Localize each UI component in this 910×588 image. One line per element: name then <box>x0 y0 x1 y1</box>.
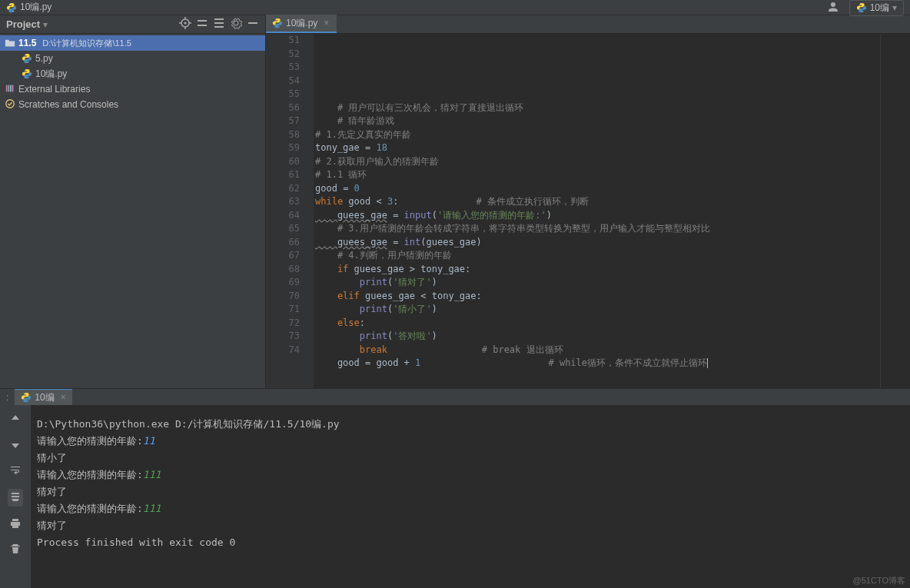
folder-icon <box>5 38 15 48</box>
close-icon[interactable]: × <box>324 18 329 28</box>
chevron-down-icon: ▾ <box>892 2 897 13</box>
target-icon[interactable] <box>179 17 191 32</box>
python-icon <box>6 2 17 13</box>
folder-path: D:\计算机知识存储\11.5 <box>42 38 131 49</box>
sidebar-tools <box>179 17 259 32</box>
run-tabs-bar: : 10编 × <box>0 388 910 405</box>
tree-label: Scratches and Consoles <box>18 99 118 110</box>
sidebar-title[interactable]: Project <box>6 18 40 30</box>
editor-tab-label: 10编.py <box>286 17 317 30</box>
expand-icon[interactable] <box>213 17 225 32</box>
svg-point-0 <box>9 4 10 5</box>
folder-name: 11.5 <box>18 38 36 48</box>
gear-icon[interactable] <box>230 17 242 32</box>
user-icon[interactable] <box>826 0 840 16</box>
fold-strip[interactable] <box>304 34 314 397</box>
svg-rect-5 <box>6 85 8 91</box>
close-icon[interactable]: × <box>61 392 66 403</box>
chevron-down-icon[interactable]: ▾ <box>43 19 48 30</box>
editor-tabs: 10编.py × <box>266 15 910 34</box>
run-configuration[interactable]: 10编 ▾ <box>849 0 904 16</box>
tree-scratches[interactable]: Scratches and Consoles <box>0 97 265 112</box>
svg-rect-4 <box>248 22 257 24</box>
run-label: : <box>6 392 8 403</box>
editor-body[interactable]: 5152535455565758596061626364656667686970… <box>266 34 910 397</box>
trash-icon[interactable] <box>9 543 22 557</box>
python-icon <box>856 2 867 13</box>
run-tab[interactable]: 10编 × <box>15 389 71 406</box>
project-tree[interactable]: 11.5 D:\计算机知识存储\11.5 5.py 10编.py Externa… <box>0 34 265 388</box>
line-number-gutter: 5152535455565758596061626364656667686970… <box>266 34 304 397</box>
editor-tab[interactable]: 10编.py × <box>266 15 337 33</box>
scratches-icon <box>5 98 15 111</box>
library-icon <box>5 83 15 96</box>
watermark: @51CTO博客 <box>853 575 905 586</box>
console-output[interactable]: D:\Python36\python.exe D:/计算机知识存储/11.5/1… <box>31 405 910 588</box>
wrap-icon[interactable] <box>9 463 22 478</box>
svg-point-1 <box>13 10 14 11</box>
svg-rect-7 <box>10 85 12 91</box>
scroll-to-end-icon[interactable] <box>8 489 23 507</box>
titlebar-filename: 10编.py <box>20 1 51 14</box>
tree-file-label: 5.py <box>35 53 53 64</box>
run-config-label: 10编 <box>870 2 889 15</box>
print-icon[interactable] <box>9 517 22 532</box>
project-sidebar: Project ▾ 11.5 D:\计算机知识存储\11.5 5.py <box>0 15 266 388</box>
arrow-up-icon[interactable] <box>9 413 22 427</box>
python-icon <box>22 68 32 79</box>
main-area: Project ▾ 11.5 D:\计算机知识存储\11.5 5.py <box>0 15 910 388</box>
collapse-icon[interactable] <box>196 17 208 32</box>
tree-external-libraries[interactable]: External Libraries <box>0 81 265 97</box>
run-tab-label: 10编 <box>35 391 54 404</box>
svg-point-3 <box>184 22 187 25</box>
title-bar: 10编.py 10编 ▾ <box>0 0 910 15</box>
arrow-down-icon[interactable] <box>9 438 22 453</box>
python-icon <box>21 392 32 403</box>
svg-rect-6 <box>8 85 9 91</box>
tree-folder-root[interactable]: 11.5 D:\计算机知识存储\11.5 <box>0 35 265 51</box>
code-content[interactable]: # 用户可以有三次机会，猜对了直接退出循环 # 猜年龄游戏# 1.先定义真实的年… <box>314 34 910 397</box>
editor-area: 10编.py × 5152535455565758596061626364656… <box>266 15 910 388</box>
run-toolbar <box>0 405 31 588</box>
tree-file-label: 10编.py <box>35 68 67 81</box>
titlebar-file: 10编.py <box>6 1 51 14</box>
minimize-icon[interactable] <box>247 17 259 32</box>
run-panel: D:\Python36\python.exe D:/计算机知识存储/11.5/1… <box>0 405 910 588</box>
tree-label: External Libraries <box>18 84 90 95</box>
tree-file[interactable]: 10编.py <box>0 66 265 81</box>
sidebar-header: Project ▾ <box>0 15 265 34</box>
tree-file[interactable]: 5.py <box>0 51 265 66</box>
svg-rect-8 <box>12 85 14 91</box>
right-margin <box>880 34 881 397</box>
python-icon <box>272 18 283 28</box>
python-icon <box>22 53 32 64</box>
